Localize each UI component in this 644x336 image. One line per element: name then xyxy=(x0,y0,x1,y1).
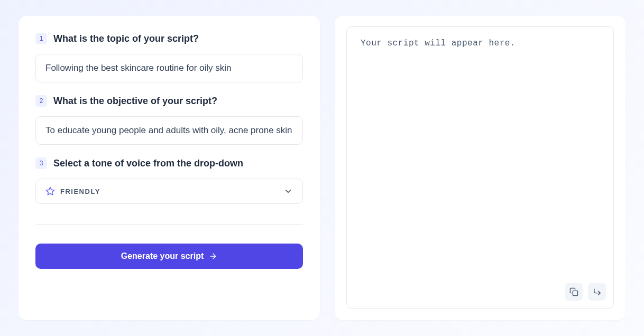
share-button[interactable] xyxy=(588,283,606,301)
copy-button[interactable] xyxy=(565,283,583,301)
svg-marker-0 xyxy=(47,188,54,195)
share-icon xyxy=(593,287,602,296)
form-group-tone: 3 Select a tone of voice from the drop-d… xyxy=(35,157,303,204)
objective-label: What is the objective of your script? xyxy=(53,96,217,107)
form-panel: 1 What is the topic of your script? 2 Wh… xyxy=(19,16,320,320)
step-badge-1: 1 xyxy=(35,33,47,44)
dropdown-left: FRIENDLY xyxy=(45,186,100,196)
step-badge-3: 3 xyxy=(35,157,47,169)
copy-icon xyxy=(569,287,578,296)
tone-value: FRIENDLY xyxy=(60,188,100,195)
star-icon xyxy=(45,186,55,196)
output-actions xyxy=(565,283,606,301)
label-row-3: 3 Select a tone of voice from the drop-d… xyxy=(35,157,303,169)
form-group-objective: 2 What is the objective of your script? xyxy=(35,95,303,145)
output-placeholder: Your script will appear here. xyxy=(361,39,516,48)
arrow-right-icon xyxy=(209,252,217,260)
form-group-topic: 1 What is the topic of your script? xyxy=(35,33,303,82)
label-row-1: 1 What is the topic of your script? xyxy=(35,33,303,44)
tone-label: Select a tone of voice from the drop-dow… xyxy=(53,158,243,169)
output-panel: Your script will appear here. xyxy=(335,16,625,320)
generate-button[interactable]: Generate your script xyxy=(35,244,303,269)
chevron-down-icon xyxy=(283,186,293,196)
step-badge-2: 2 xyxy=(35,95,47,107)
svg-rect-2 xyxy=(573,291,577,295)
topic-label: What is the topic of your script? xyxy=(53,33,199,44)
main-container: 1 What is the topic of your script? 2 Wh… xyxy=(19,16,625,320)
objective-input[interactable] xyxy=(35,116,303,145)
divider xyxy=(35,224,303,225)
output-area: Your script will appear here. xyxy=(346,26,614,309)
label-row-2: 2 What is the objective of your script? xyxy=(35,95,303,107)
topic-input[interactable] xyxy=(35,54,303,82)
generate-button-label: Generate your script xyxy=(121,251,204,261)
tone-dropdown[interactable]: FRIENDLY xyxy=(35,179,303,204)
